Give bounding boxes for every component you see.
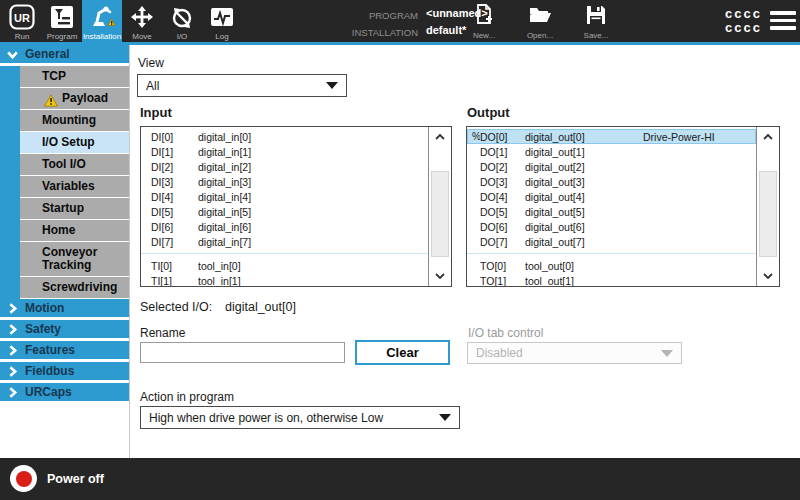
- io-row[interactable]: TI[0] tool_in[0]: [141, 258, 428, 273]
- sidebar-item[interactable]: Tool I/O: [20, 154, 129, 175]
- chevron-right-icon: [6, 344, 19, 357]
- action-in-program-select[interactable]: High when drive power is on, otherwise L…: [140, 406, 460, 429]
- io-tab-control-label: I/O tab control: [468, 326, 543, 340]
- power-status-button[interactable]: Power off: [10, 465, 104, 492]
- sidebar-group[interactable]: General: [0, 45, 129, 63]
- menu-icon[interactable]: [770, 11, 796, 31]
- io-name: digital_in[3]: [198, 176, 251, 188]
- io-row[interactable]: TO[1] tool_out[1]: [467, 273, 756, 286]
- output-scrollbar[interactable]: [756, 127, 779, 286]
- io-assignment: Drive-Power-HI: [643, 131, 756, 143]
- io-setup-panel: View All Input DI[0] digital_in[0] DI[1]…: [131, 45, 800, 458]
- sidebar-item[interactable]: TCP: [20, 66, 129, 87]
- chevron-right-icon: [6, 386, 19, 399]
- io-row[interactable]: TI[1] tool_in[1]: [141, 273, 428, 286]
- selected-io-label: Selected I/O:: [140, 300, 212, 314]
- io-row[interactable]: DI[6] digital_in[6]: [141, 219, 428, 234]
- io-name: digital_in[6]: [198, 221, 251, 233]
- tab-program[interactable]: Program: [42, 0, 82, 42]
- io-row[interactable]: DI[1] digital_in[1]: [141, 144, 428, 159]
- tab-io[interactable]: I/O: [162, 0, 202, 42]
- sidebar-indent-strip: [0, 66, 20, 301]
- io-row[interactable]: DI[7] digital_in[7]: [141, 234, 428, 249]
- scroll-up-icon[interactable]: [757, 127, 779, 147]
- brand-logo-line2: cccc: [712, 21, 762, 35]
- io-row[interactable]: DI[5] digital_in[5]: [141, 204, 428, 219]
- view-select[interactable]: All: [137, 74, 347, 97]
- sidebar-item[interactable]: Payload: [20, 88, 129, 109]
- sidebar-item[interactable]: Mounting: [20, 110, 129, 131]
- io-row[interactable]: DI[4] digital_in[4]: [141, 189, 428, 204]
- sidebar-item-label: Home: [42, 224, 75, 237]
- sidebar-item-label: Payload: [62, 92, 108, 105]
- sidebar-item-label: TCP: [42, 70, 66, 83]
- open-button[interactable]: Open...: [518, 4, 562, 40]
- new-file-icon: [474, 4, 494, 30]
- io-assignment-tag: %: [467, 131, 480, 142]
- tab-move[interactable]: Move: [122, 0, 162, 42]
- program-icon: [48, 3, 76, 31]
- rename-input[interactable]: [140, 342, 345, 363]
- tab-installation[interactable]: Installation: [82, 0, 122, 42]
- clear-button[interactable]: Clear: [355, 340, 450, 365]
- io-row[interactable]: DO[5] digital_out[5]: [467, 204, 756, 219]
- io-signal: DI[2]: [141, 161, 198, 173]
- input-list: DI[0] digital_in[0] DI[1] digital_in[1] …: [140, 126, 452, 287]
- sidebar-group[interactable]: Safety: [0, 320, 129, 338]
- io-signal: DO[1]: [480, 146, 525, 158]
- save-button[interactable]: Save...: [574, 4, 618, 40]
- power-status-icon: [10, 465, 37, 492]
- io-signal: DO[5]: [480, 206, 525, 218]
- io-row[interactable]: DI[0] digital_in[0]: [141, 129, 428, 144]
- sidebar-group-label: Fieldbus: [25, 364, 74, 378]
- io-row[interactable]: DO[7] digital_out[7]: [467, 234, 756, 249]
- scroll-down-icon[interactable]: [429, 266, 451, 286]
- chevron-down-icon: [326, 82, 338, 89]
- sidebar-group[interactable]: URCaps: [0, 383, 129, 401]
- input-scrollbar[interactable]: [428, 127, 451, 286]
- io-row[interactable]: TO[0] tool_out[0]: [467, 258, 756, 273]
- view-select-value: All: [146, 79, 159, 93]
- io-name: digital_in[4]: [198, 191, 251, 203]
- sidebar-group[interactable]: Features: [0, 341, 129, 359]
- io-signal: DI[1]: [141, 146, 198, 158]
- io-name: digital_out[0]: [525, 131, 643, 143]
- io-signal: DO[7]: [480, 236, 525, 248]
- io-signal: DI[3]: [141, 176, 198, 188]
- io-tab-control-select[interactable]: Disabled: [467, 342, 682, 364]
- sidebar-group[interactable]: Motion: [0, 299, 129, 317]
- new-button[interactable]: New...: [462, 4, 506, 40]
- chevron-down-icon: [661, 350, 673, 357]
- io-name: digital_out[2]: [525, 161, 643, 173]
- list-separator: [467, 249, 756, 254]
- sidebar-item[interactable]: Variables: [20, 176, 129, 197]
- sidebar-item[interactable]: I/O Setup: [20, 132, 129, 153]
- sidebar-item[interactable]: Home: [20, 220, 129, 241]
- log-icon: [208, 3, 236, 31]
- io-row[interactable]: % DO[0] digital_out[0] Drive-Power-HI: [467, 129, 756, 144]
- io-row[interactable]: DO[3] digital_out[3]: [467, 174, 756, 189]
- scroll-up-icon[interactable]: [429, 127, 451, 147]
- io-row[interactable]: DO[1] digital_out[1]: [467, 144, 756, 159]
- brand-logo: cccc cccc: [712, 7, 762, 35]
- tab-run[interactable]: UR Run: [2, 0, 42, 42]
- sidebar-item[interactable]: Screwdriving: [20, 277, 129, 298]
- io-tab-control-value: Disabled: [476, 346, 523, 360]
- io-name: tool_in[1]: [198, 275, 241, 287]
- io-row[interactable]: DI[2] digital_in[2]: [141, 159, 428, 174]
- sidebar-group[interactable]: Fieldbus: [0, 362, 129, 380]
- sidebar-item[interactable]: Startup: [20, 198, 129, 219]
- io-row[interactable]: DO[4] digital_out[4]: [467, 189, 756, 204]
- scroll-down-icon[interactable]: [757, 266, 779, 286]
- io-row[interactable]: DO[2] digital_out[2]: [467, 159, 756, 174]
- sidebar-item[interactable]: Conveyor Tracking: [20, 242, 129, 276]
- installation-icon: [88, 3, 116, 31]
- output-label: Output: [467, 105, 510, 120]
- scrollbar-thumb[interactable]: [759, 171, 777, 257]
- scrollbar-thumb[interactable]: [431, 171, 449, 257]
- open-button-label: Open...: [527, 31, 553, 40]
- io-row[interactable]: DO[6] digital_out[6]: [467, 219, 756, 234]
- tab-log[interactable]: Log: [202, 0, 242, 42]
- tab-program-label: Program: [47, 32, 78, 41]
- io-row[interactable]: DI[3] digital_in[3]: [141, 174, 428, 189]
